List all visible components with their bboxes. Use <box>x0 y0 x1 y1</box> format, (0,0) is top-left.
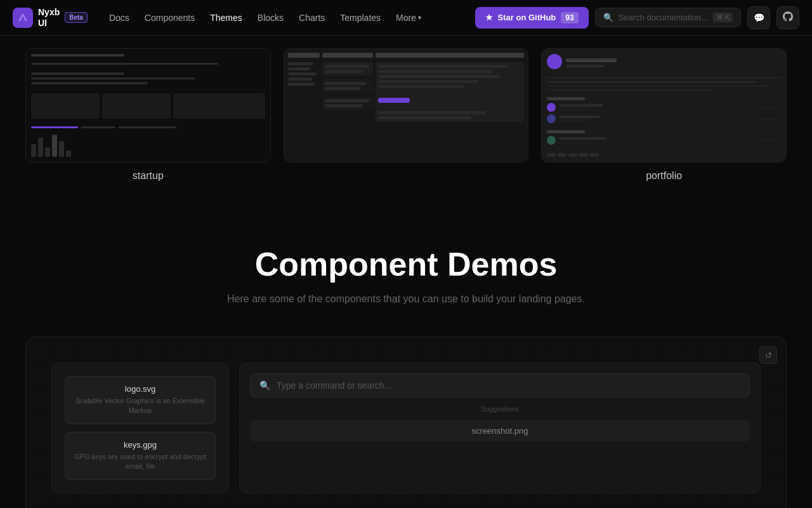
discord-button[interactable]: 💬 <box>747 6 770 29</box>
section-title: Component Demos <box>25 245 787 283</box>
nav-link-themes[interactable]: Themes <box>204 9 249 27</box>
file-card-name-1: keys.gpg <box>74 440 206 450</box>
section-subtitle: Here are some of the components that you… <box>25 293 787 305</box>
file-card-0[interactable]: logo.svg Scalable Vector Graphics is an … <box>65 376 216 424</box>
github-star-icon: ★ <box>485 13 493 22</box>
template-preview-inbox <box>284 48 529 163</box>
nav-logo[interactable]: NyxbUI Beta <box>13 7 88 29</box>
logo-text: NyxbUI <box>38 7 60 29</box>
template-preview-startup <box>25 48 271 163</box>
file-card-desc-0: Scalable Vector Graphics is an Extensibl… <box>74 396 206 416</box>
star-github-button[interactable]: ★ Star on GitHub 93 <box>475 7 589 29</box>
chevron-down-icon: ▾ <box>418 14 421 21</box>
command-palette: 🔍 Type a command or search... Suggestion… <box>239 363 761 493</box>
cmd-section-label: Suggestions <box>250 403 750 415</box>
search-shortcut: ⌘ K <box>713 13 733 22</box>
logo-icon <box>13 8 33 28</box>
file-card-name-0: logo.svg <box>74 384 206 394</box>
demo-card: ↺ logo.svg Scalable Vector Graphics is a… <box>25 337 787 508</box>
file-card-1[interactable]: keys.gpg GPG keys are used to encrypt an… <box>65 432 216 480</box>
search-icon: 🔍 <box>603 13 613 22</box>
file-card-desc-1: GPG keys are used to encrypt and decrypt… <box>74 452 206 472</box>
navbar: NyxbUI Beta Docs Components Themes Block… <box>0 0 812 36</box>
cmd-search-placeholder: Type a command or search... <box>277 380 391 391</box>
demo-inner-content: logo.svg Scalable Vector Graphics is an … <box>39 350 773 506</box>
cmd-result-item-0[interactable]: screenshot.png <box>250 420 750 441</box>
nav-link-charts[interactable]: Charts <box>292 9 331 27</box>
template-card-portfolio[interactable]: portfolio <box>541 48 787 182</box>
template-label-portfolio: portfolio <box>541 170 787 182</box>
beta-badge: Beta <box>65 12 88 23</box>
nav-link-templates[interactable]: Templates <box>334 9 387 27</box>
nav-more-dropdown[interactable]: More ▾ <box>390 9 428 27</box>
template-label-startup: startup <box>25 170 271 182</box>
component-demos-section: Component Demos Here are some of the com… <box>0 207 812 508</box>
nav-link-blocks[interactable]: Blocks <box>251 9 290 27</box>
nav-link-docs[interactable]: Docs <box>103 9 136 27</box>
nav-links: Docs Components Themes Blocks Charts Tem… <box>103 9 428 27</box>
cmd-search-box[interactable]: 🔍 Type a command or search... <box>250 373 750 398</box>
page-content: startup <box>0 0 812 508</box>
cmd-search-icon: 🔍 <box>259 380 270 391</box>
templates-section: startup <box>0 36 812 207</box>
template-preview-portfolio <box>541 48 787 163</box>
github-icon <box>783 11 793 23</box>
templates-grid: startup <box>25 48 787 182</box>
file-cards-area: logo.svg Scalable Vector Graphics is an … <box>51 363 229 493</box>
nav-actions: ★ Star on GitHub 93 🔍 Search documentati… <box>475 6 799 29</box>
star-count: 93 <box>561 12 578 23</box>
template-card-startup[interactable]: startup <box>25 48 271 182</box>
nav-link-components[interactable]: Components <box>138 9 201 27</box>
search-box[interactable]: 🔍 Search documentation... ⌘ K <box>595 8 741 27</box>
github-button[interactable] <box>776 6 799 29</box>
template-card-inbox[interactable] <box>284 48 529 182</box>
discord-icon: 💬 <box>754 13 764 23</box>
